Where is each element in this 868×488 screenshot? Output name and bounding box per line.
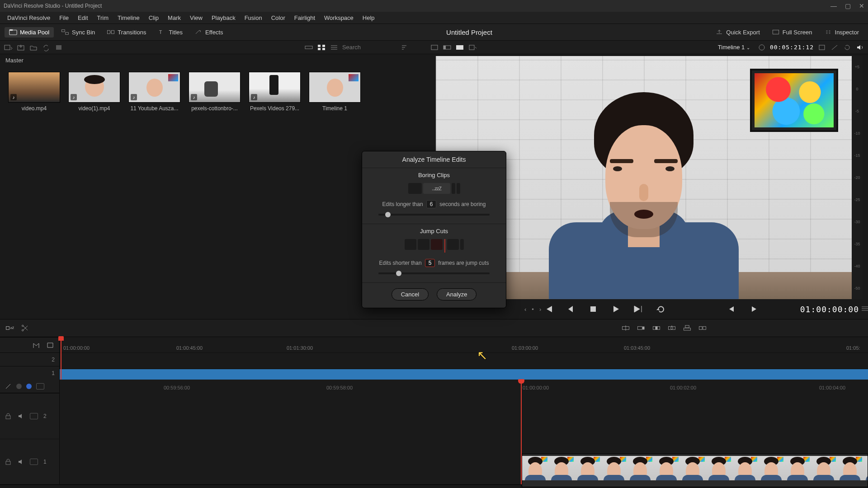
mark-out-icon[interactable] [749, 304, 760, 314]
search-input[interactable] [342, 44, 396, 51]
viewer-options-icon[interactable] [468, 43, 477, 52]
bin-clip[interactable]: ♪ video.mp4 [8, 72, 60, 112]
tools-icon[interactable] [817, 43, 826, 52]
record-timecode[interactable]: 01:00:00:00 [800, 305, 859, 314]
effects-button[interactable]: Effects [190, 27, 228, 38]
jump-slider[interactable] [378, 272, 490, 274]
window-maximize-icon[interactable]: ▢ [845, 2, 851, 9]
timeline-mode-a-icon[interactable] [32, 341, 41, 349]
snap-icon[interactable] [36, 383, 44, 389]
upper-timeline[interactable]: 2 1 01:00:00:00 01:00:45:00 01:01:30:00 … [0, 337, 868, 380]
bin-clip[interactable]: ♪ video(1).mp4 [68, 72, 120, 112]
list-view-icon[interactable] [330, 43, 339, 52]
import-media-icon[interactable] [16, 43, 25, 52]
strip-view-icon[interactable] [304, 43, 313, 52]
menu-item[interactable]: Help [358, 13, 379, 23]
mute-icon[interactable] [855, 43, 864, 52]
track-number[interactable]: 2 [43, 413, 47, 419]
stop-icon[interactable] [588, 304, 599, 314]
bin-clip[interactable]: Timeline 1 [309, 72, 361, 112]
menu-item[interactable]: DaVinci Resolve [3, 13, 55, 23]
close-up-icon[interactable] [667, 324, 676, 332]
free-playhead-icon[interactable] [16, 384, 22, 389]
menu-item[interactable]: Color [267, 13, 290, 23]
smart-insert-icon[interactable] [621, 324, 630, 332]
boring-seconds-input[interactable]: 6 [426, 200, 436, 208]
ripple-overwrite-icon[interactable] [652, 324, 661, 332]
track-mute-icon[interactable] [17, 459, 24, 465]
lower-track-v2[interactable] [60, 393, 868, 436]
titles-button[interactable]: T Titles [153, 27, 187, 38]
quick-export-button[interactable]: Quick Export [711, 27, 764, 38]
menu-item[interactable]: Clip [144, 13, 163, 23]
next-edit-icon[interactable]: › [539, 306, 541, 313]
bypass-icon[interactable] [830, 43, 839, 52]
cancel-button[interactable]: Cancel [392, 288, 429, 300]
window-close-icon[interactable]: ✕ [859, 2, 864, 9]
track-lock-icon[interactable] [5, 459, 12, 465]
jump-frames-input[interactable]: 5 [425, 259, 435, 267]
menu-item[interactable]: View [185, 13, 207, 23]
timeline-mode-b-icon[interactable] [46, 341, 55, 349]
append-icon[interactable] [637, 324, 646, 332]
fixed-playhead-icon[interactable] [26, 384, 32, 389]
sync-bin-button[interactable]: Sync Bin [57, 27, 99, 38]
source-tape-icon[interactable] [443, 43, 452, 52]
prev-frame-icon[interactable] [565, 304, 576, 314]
track-lock-icon[interactable] [5, 413, 12, 419]
source-overwrite-icon[interactable] [698, 324, 707, 332]
loop-option-icon[interactable] [843, 43, 852, 52]
thumbnail-view-icon[interactable] [317, 43, 326, 52]
timeline-viewer-icon[interactable] [455, 43, 464, 52]
full-screen-button[interactable]: Full Screen [767, 27, 817, 38]
menu-item[interactable]: Edit [73, 13, 92, 23]
mark-in-icon[interactable] [726, 304, 737, 314]
menu-item[interactable]: Workspace [320, 13, 358, 23]
menu-item[interactable]: Trim [93, 13, 113, 23]
import-folder-icon[interactable] [29, 43, 38, 52]
media-pool-button[interactable]: Media Pool [5, 27, 54, 38]
bin-dropdown-icon[interactable] [4, 43, 13, 52]
prev-edit-icon[interactable]: ‹ [524, 306, 526, 313]
source-viewer-icon[interactable] [430, 43, 439, 52]
menu-item[interactable]: Playback [207, 13, 240, 23]
timeline-name-dropdown[interactable]: Timeline 1 ⌄ [718, 44, 750, 51]
menu-item[interactable]: Fusion [240, 13, 267, 23]
menu-item[interactable]: File [55, 13, 73, 23]
lower-playhead[interactable] [521, 380, 522, 484]
track-number[interactable]: 1 [52, 370, 55, 376]
window-minimize-icon[interactable]: — [830, 2, 837, 9]
upper-track-v1-clip[interactable] [60, 369, 868, 380]
inspector-button[interactable]: Inspector [820, 27, 863, 38]
upper-playhead[interactable] [61, 337, 61, 380]
bin-clip[interactable]: ♪ 11 Youtube Ausza... [128, 72, 180, 112]
bin-label[interactable]: Master [0, 54, 434, 66]
safe-area-icon[interactable] [757, 43, 766, 52]
lower-timeline[interactable]: 2 1 00:59:56:00 00:59:58:00 01:00:00:00 … [0, 380, 868, 484]
lower-track-v1[interactable] [60, 436, 868, 484]
sort-icon[interactable] [400, 43, 409, 52]
upper-track-v2[interactable] [60, 352, 868, 363]
transitions-button[interactable]: Transitions [102, 27, 151, 38]
play-icon[interactable] [610, 304, 621, 314]
boring-slider[interactable] [378, 214, 490, 216]
menu-item[interactable]: Timeline [113, 13, 144, 23]
lower-ruler[interactable]: 00:59:56:00 00:59:58:00 01:00:00:00 01:0… [60, 380, 868, 393]
bin-clip[interactable]: ♪ pexels-cottonbro-... [189, 72, 241, 112]
split-clip-icon[interactable] [21, 324, 30, 332]
next-frame-icon[interactable] [633, 304, 644, 314]
metadata-view-icon[interactable] [54, 43, 63, 52]
timeline-options-icon[interactable] [861, 305, 868, 312]
sync-clips-icon[interactable] [42, 43, 51, 52]
track-enable-icon[interactable] [30, 413, 38, 419]
source-timecode[interactable]: 00:05:21:12 [770, 44, 814, 51]
boring-detector-icon[interactable]: zZ [5, 324, 14, 332]
loop-icon[interactable] [656, 304, 666, 314]
track-number[interactable]: 2 [52, 357, 55, 363]
track-number[interactable]: 1 [43, 459, 47, 465]
go-start-icon[interactable] [542, 304, 553, 314]
menu-item[interactable]: Mark [163, 13, 185, 23]
track-mute-icon[interactable] [17, 413, 24, 419]
analyze-button[interactable]: Analyze [437, 288, 476, 300]
bin-clip[interactable]: ♪ Pexels Videos 279... [249, 72, 301, 112]
